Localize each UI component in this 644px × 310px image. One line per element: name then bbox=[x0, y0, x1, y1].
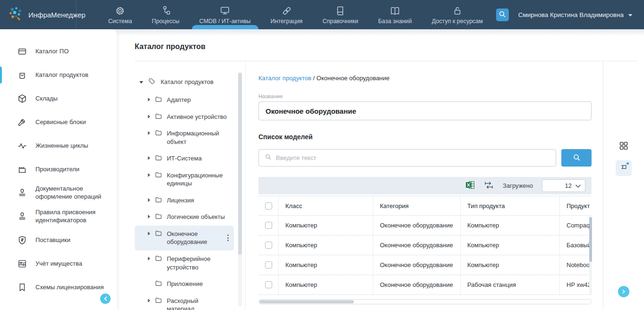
folder-icon bbox=[155, 95, 163, 103]
nav-item-directories[interactable]: Справочники bbox=[312, 0, 368, 29]
caret-right-icon[interactable] bbox=[148, 232, 150, 235]
tree-item-consumable[interactable]: Расходный материал bbox=[135, 293, 234, 310]
sidebar-item-product-catalog[interactable]: Каталог продуктов bbox=[0, 63, 117, 87]
flag-view-button[interactable] bbox=[616, 160, 632, 176]
next-page-button[interactable] bbox=[618, 286, 629, 297]
global-search-button[interactable] bbox=[496, 8, 509, 21]
row-checkbox[interactable] bbox=[265, 261, 272, 268]
tag-icon bbox=[148, 77, 156, 87]
advanced-filter-button[interactable] bbox=[484, 180, 494, 192]
row-checkbox-cell bbox=[258, 235, 278, 255]
caret-down-icon[interactable] bbox=[139, 81, 143, 84]
caret-right-icon[interactable] bbox=[148, 198, 150, 202]
models-search-input[interactable] bbox=[276, 154, 550, 161]
column-header: Класс bbox=[278, 196, 373, 215]
grid-view-button[interactable] bbox=[618, 140, 629, 153]
sidebar-item-service-blocks[interactable]: Сервисные блоки bbox=[0, 110, 117, 134]
table-row[interactable]: КомпьютерОконечное оборудованиеКомпьютер… bbox=[258, 235, 592, 255]
tree-item-label: Информационный объект bbox=[167, 129, 227, 146]
user-name: Смирнова Кристина Владимировна bbox=[518, 11, 624, 18]
table-row[interactable]: КомпьютерОконечное оборудованиеКомпьютер… bbox=[258, 255, 592, 275]
row-checkbox[interactable] bbox=[265, 281, 272, 288]
table-row[interactable]: КомпьютерОконечное оборудованиеКомпьютер… bbox=[258, 216, 592, 235]
top-navigation-bar: ИнфраМенеджер СистемаПроцессыCMDB / ИТ-а… bbox=[0, 0, 644, 29]
tree-scrollbar-thumb[interactable] bbox=[238, 73, 242, 255]
grid-icon bbox=[618, 140, 629, 153]
caret-right-icon[interactable] bbox=[148, 115, 150, 118]
breadcrumb-parent-link[interactable]: Каталог продуктов bbox=[258, 75, 311, 82]
tree-scrollbar[interactable] bbox=[238, 73, 242, 306]
tree-item-license[interactable]: Лицензия bbox=[135, 192, 234, 209]
sidebar-collapse-button[interactable] bbox=[100, 293, 111, 304]
table-cell: HP xw42 bbox=[559, 275, 592, 294]
tree-item-information-object[interactable]: Информационный объект bbox=[135, 125, 234, 150]
nav-item-resource-access[interactable]: Доступ к ресурсам bbox=[422, 0, 493, 29]
caret-right-icon[interactable] bbox=[148, 257, 150, 260]
sidebar-item-suppliers[interactable]: ₽Поставщики bbox=[0, 228, 117, 252]
table-row[interactable]: КомпьютерОконечное оборудованиеРабочая с… bbox=[258, 275, 592, 295]
nav-item-cmdb-it-assets[interactable]: CMDB / ИТ-активы bbox=[189, 0, 261, 29]
book-icon bbox=[335, 5, 346, 17]
caret-right-icon[interactable] bbox=[148, 131, 150, 135]
table-cell: Компьютер bbox=[278, 275, 373, 294]
sidebar-item-label: Производители bbox=[35, 166, 79, 174]
tree-item-it-system[interactable]: ИТ-Система bbox=[135, 150, 234, 167]
export-excel-button[interactable] bbox=[465, 180, 475, 191]
models-search-button[interactable] bbox=[561, 149, 592, 167]
tree-item-configuration-units[interactable]: Конфигурационные единицы bbox=[135, 167, 234, 192]
table-horizontal-scrollbar-thumb[interactable] bbox=[259, 300, 354, 303]
table-horizontal-scrollbar[interactable] bbox=[258, 299, 592, 304]
table-vertical-scrollbar-thumb[interactable] bbox=[589, 217, 592, 262]
models-search-field bbox=[258, 149, 556, 167]
tree-item-terminal-equipment[interactable]: Оконечное оборудование bbox=[135, 226, 234, 251]
nav-item-processes[interactable]: Процессы bbox=[142, 0, 189, 29]
main-panel: Каталог продуктов / Оконечное оборудован… bbox=[258, 61, 592, 310]
tree-item-active-device[interactable]: Активное устройство bbox=[135, 109, 234, 126]
sidebar-item-property-accounting[interactable]: Учёт имущества bbox=[0, 252, 117, 276]
column-header: Категория bbox=[373, 196, 460, 215]
page-size-select[interactable]: 12 bbox=[542, 179, 585, 192]
sidebar-item-licensing-schemes[interactable]: Схемы лицензирования bbox=[0, 276, 117, 299]
table-cell: Компьютер bbox=[460, 255, 559, 275]
kebab-menu-icon[interactable] bbox=[224, 234, 232, 242]
content-body: Каталог продуктов АдаптерАктивное устрой… bbox=[117, 61, 644, 310]
sidebar-item-software-catalog[interactable]: Каталог ПО bbox=[0, 40, 117, 63]
row-checkbox[interactable] bbox=[265, 242, 272, 249]
excel-export-icon bbox=[465, 180, 475, 191]
app-logo[interactable]: ИнфраМенеджер bbox=[0, 0, 77, 29]
tree-item-peripheral-device[interactable]: Периферийное устройство bbox=[135, 251, 234, 276]
table-vertical-scrollbar[interactable] bbox=[589, 216, 592, 294]
table-cell: Оконечное оборудование bbox=[373, 216, 460, 235]
caret-right-icon[interactable] bbox=[148, 215, 150, 218]
nav-label: Интеграция bbox=[271, 18, 303, 25]
table-cell: Компьютер bbox=[278, 235, 373, 255]
nav-item-system[interactable]: Система bbox=[98, 0, 142, 29]
row-checkbox[interactable] bbox=[265, 222, 272, 229]
caret-right-icon[interactable] bbox=[148, 98, 150, 101]
caret-right-icon[interactable] bbox=[148, 173, 150, 177]
caret-right-icon[interactable] bbox=[148, 156, 150, 160]
tree-item-application[interactable]: Приложение bbox=[135, 276, 234, 293]
tree-item-logical-objects[interactable]: Логические объекты bbox=[135, 209, 234, 226]
caret-right-icon[interactable] bbox=[148, 299, 150, 302]
sidebar-item-manufacturers[interactable]: Производители bbox=[0, 158, 117, 181]
tree-item-label: Периферийное устройство bbox=[167, 255, 227, 271]
row-checkbox-cell bbox=[258, 216, 278, 235]
sidebar-item-id-assignment-rules[interactable]: Правила присвоения идентификаторов bbox=[0, 205, 117, 228]
top-strip bbox=[117, 29, 644, 35]
name-field-label: Название bbox=[258, 93, 592, 99]
filter-sliders-icon bbox=[484, 180, 494, 192]
user-menu[interactable]: Смирнова Кристина Владимировна bbox=[518, 11, 633, 18]
open-book-icon bbox=[389, 5, 401, 17]
sidebar-item-warehouses[interactable]: Склады bbox=[0, 87, 117, 110]
sidebar-item-label: Учёт имущества bbox=[35, 260, 82, 268]
select-all-checkbox[interactable] bbox=[265, 202, 272, 209]
name-input[interactable] bbox=[258, 101, 592, 120]
nav-item-knowledge-base[interactable]: База знаний bbox=[368, 0, 422, 29]
sidebar-item-lifecycles[interactable]: Жизненные циклы bbox=[0, 134, 117, 158]
tree-root-product-catalog[interactable]: Каталог продуктов bbox=[135, 74, 234, 92]
tree-item-adapter[interactable]: Адаптер bbox=[135, 92, 234, 109]
sidebar-item-document-operations[interactable]: Документальное оформление операций bbox=[0, 181, 117, 205]
card-icon bbox=[17, 46, 27, 57]
nav-item-integration[interactable]: Интеграция bbox=[261, 0, 313, 29]
